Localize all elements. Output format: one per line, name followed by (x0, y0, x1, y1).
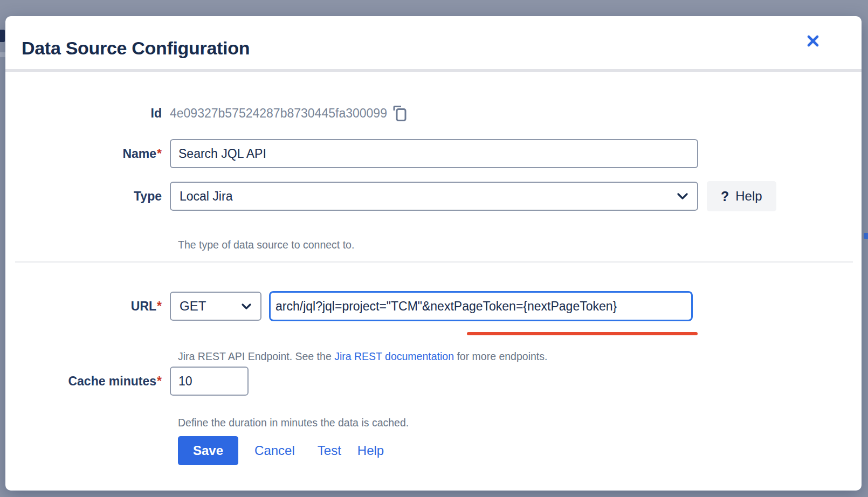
test-button[interactable]: Test (318, 443, 341, 458)
type-label: Type (5, 189, 170, 204)
save-button[interactable]: Save (178, 436, 238, 465)
url-helper-prefix: Jira REST API Endpoint. See the (178, 350, 334, 362)
name-label: Name* (5, 147, 170, 161)
backdrop-artifact-right (864, 233, 868, 239)
header-divider (5, 69, 862, 72)
dialog-title: Data Source Configuration (22, 38, 250, 59)
name-input[interactable] (170, 139, 698, 168)
url-helper-text: Jira REST API Endpoint. See the Jira RES… (178, 350, 547, 363)
cancel-button[interactable]: Cancel (254, 443, 295, 458)
name-row: Name* (5, 139, 862, 168)
cache-minutes-label: Cache minutes* (5, 374, 170, 389)
backdrop-artifact-left-band (0, 52, 5, 57)
id-row: Id 4e09327b57524287b8730445fa300099 (5, 105, 862, 121)
http-method-value: GET (180, 299, 206, 314)
type-helper-text: The type of data source to connect to. (178, 239, 354, 251)
chevron-down-icon (241, 303, 252, 310)
required-asterisk: * (157, 374, 162, 388)
type-select[interactable]: Local Jira (170, 182, 698, 211)
cache-helper-text: Define the duration in minutes the data … (178, 417, 409, 429)
type-row: Type Local Jira ? Help (5, 181, 862, 211)
type-select-value: Local Jira (180, 189, 232, 204)
help-button[interactable]: Help (357, 443, 384, 458)
url-label: URL* (5, 299, 170, 314)
section-divider (15, 261, 853, 263)
copy-id-button[interactable] (392, 105, 407, 122)
type-help-button[interactable]: ? Help (707, 181, 776, 211)
copy-icon (392, 105, 407, 122)
id-label: Id (5, 106, 170, 121)
jira-rest-documentation-link[interactable]: Jira REST documentation (334, 350, 454, 362)
cache-minutes-row: Cache minutes* (5, 367, 862, 396)
close-button[interactable] (801, 29, 825, 53)
chevron-down-icon (677, 192, 688, 200)
required-asterisk: * (157, 147, 162, 161)
actions-row: Save Cancel Test Help (178, 436, 384, 466)
annotation-underline (467, 332, 698, 335)
question-mark-icon: ? (721, 189, 729, 204)
close-icon (805, 33, 821, 49)
url-input[interactable] (269, 291, 693, 321)
http-method-select[interactable]: GET (170, 292, 261, 321)
cache-minutes-input[interactable] (170, 367, 249, 396)
type-help-label: Help (735, 189, 762, 204)
url-row: URL* GET (5, 291, 862, 321)
url-helper-suffix: for more endpoints. (454, 350, 547, 362)
required-asterisk: * (157, 299, 162, 313)
data-source-configuration-dialog: Data Source Configuration Id 4e09327b575… (5, 16, 862, 491)
id-value: 4e09327b57524287b8730445fa300099 (170, 106, 387, 121)
backdrop-artifact-left (0, 30, 5, 42)
